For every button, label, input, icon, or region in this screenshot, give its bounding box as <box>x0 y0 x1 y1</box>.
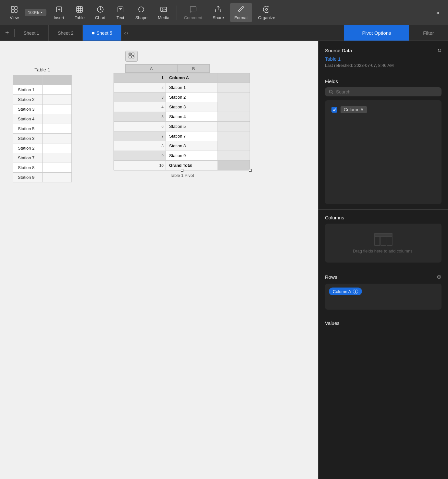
toolbar-comment[interactable]: Comment <box>180 3 207 22</box>
pivot-row-value <box>218 131 250 141</box>
columns-drop-text: Drag fields here to add columns. <box>353 249 414 253</box>
toolbar-shape[interactable]: Shape <box>131 3 152 22</box>
source-table-cell: Station 2 <box>13 143 43 153</box>
table-row: Station 9 <box>13 173 72 182</box>
table-row: Station 3 <box>13 134 72 143</box>
canvas[interactable]: Table 1 Station 1Station 2Station 3Stati… <box>0 41 318 479</box>
svg-rect-2 <box>11 10 14 12</box>
add-sheet-button[interactable]: + <box>0 25 14 41</box>
pivot-row-num: 4 <box>114 102 166 112</box>
handle-bottom-right[interactable] <box>249 169 252 172</box>
pivot-row-label: Station 7 <box>166 131 218 141</box>
pivot-header-value <box>218 73 250 83</box>
svg-line-26 <box>332 93 333 94</box>
toolbar-text[interactable]: Text <box>111 3 130 22</box>
source-table-value-cell <box>43 143 72 153</box>
field-checkbox-column-a[interactable] <box>331 107 337 113</box>
toolbar-table[interactable]: Table <box>70 3 89 22</box>
rows-label: Rows <box>325 274 337 280</box>
columns-drop-icon <box>374 233 392 246</box>
tab-sheet2[interactable]: Sheet 2 <box>49 25 83 41</box>
chart-label: Chart <box>95 15 106 20</box>
source-table-cell: Station 2 <box>13 95 43 104</box>
source-table-cell: Station 3 <box>13 134 43 143</box>
refresh-icon[interactable]: ↻ <box>437 47 442 54</box>
pivot-row-label: Station 1 <box>166 83 218 92</box>
row-tag-column-a[interactable]: Column A ℹ <box>329 288 362 295</box>
source-table-cell: Station 3 <box>13 104 43 114</box>
pivot-row-value <box>218 151 250 161</box>
source-table-value-cell <box>43 85 72 95</box>
insert-label: Insert <box>54 15 64 20</box>
toolbar-media[interactable]: Media <box>153 3 174 22</box>
prev-tab-icon[interactable]: ‹ <box>124 30 126 36</box>
source-table-cell: Station 8 <box>13 163 43 173</box>
table-row: Station 7 <box>13 153 72 163</box>
source-table-cell: Station 1 <box>13 85 43 95</box>
pivot-row-num: 7 <box>114 131 166 141</box>
toolbar-divider <box>177 6 177 20</box>
source-table[interactable]: Station 1Station 2Station 3Station 4Stat… <box>13 75 72 182</box>
pivot-table[interactable]: 1Column A2Station 13Station 24Station 35… <box>114 73 250 170</box>
tab-sheet2-label: Sheet 2 <box>58 31 73 36</box>
toolbar-view[interactable]: View <box>5 3 23 22</box>
toolbar-organize[interactable]: Organize <box>254 3 280 22</box>
values-section: Values <box>318 315 448 334</box>
pivot-options-label: Pivot Options <box>362 30 391 36</box>
checkmark-icon <box>332 108 336 112</box>
share-label: Share <box>213 15 224 20</box>
tab-nav[interactable]: ‹ › <box>121 30 131 36</box>
search-box[interactable] <box>325 87 442 96</box>
handle-bottom-center[interactable] <box>181 169 183 172</box>
tab-sheet5-label: Sheet 5 <box>96 31 112 36</box>
next-tab-icon[interactable]: › <box>127 30 128 36</box>
pivot-row-num: 9 <box>114 151 166 161</box>
toolbar: View 100% Insert Table <box>0 0 448 25</box>
table-row: Station 3 <box>13 104 72 114</box>
zoom-control[interactable]: 100% <box>25 9 46 16</box>
search-icon <box>329 90 333 94</box>
row-tag-info-icon[interactable]: ℹ <box>353 289 358 294</box>
pivot-row-value <box>218 92 250 102</box>
filter-label: Filter <box>423 30 434 36</box>
table-row: 5Station 4 <box>114 112 250 122</box>
table-label: Table <box>75 15 85 20</box>
source-table-value-cell <box>43 173 72 182</box>
source-table-link[interactable]: Table 1 <box>325 56 442 62</box>
toolbar-format[interactable]: Format <box>230 3 252 22</box>
pivot-icon-button[interactable] <box>125 51 138 62</box>
rows-drop-zone[interactable]: Column A ℹ <box>325 284 442 310</box>
source-table-value-cell <box>43 104 72 114</box>
fields-search-input[interactable] <box>336 89 438 94</box>
fields-section: Fields Column A <box>318 73 448 210</box>
filter-tab[interactable]: Filter <box>409 25 448 41</box>
field-item-column-a[interactable]: Column A <box>329 104 438 115</box>
toolbar-share[interactable]: Share <box>208 3 229 22</box>
source-table-value-cell <box>43 163 72 173</box>
tab-sheet5[interactable]: Sheet 5 <box>83 25 121 41</box>
svg-point-20 <box>266 8 268 10</box>
rows-more-icon[interactable]: ⊕ <box>437 273 442 280</box>
pivot-row-num: 2 <box>114 83 166 92</box>
pivot-row-value <box>218 102 250 112</box>
more-button[interactable]: » <box>433 7 443 18</box>
pivot-container: 1Column A2Station 13Station 24Station 35… <box>114 73 250 170</box>
format-label: Format <box>234 15 248 20</box>
pivot-row-label: Station 4 <box>166 112 218 122</box>
pivot-row-value <box>218 83 250 92</box>
view-icon <box>10 5 19 14</box>
source-data-section: Source Data ↻ Table 1 Last refreshed: 20… <box>318 41 448 73</box>
shape-label: Shape <box>135 15 148 20</box>
pivot-row-value <box>218 141 250 151</box>
source-table-cell: Station 9 <box>13 173 43 182</box>
columns-drop-zone[interactable]: Drag fields here to add columns. <box>325 224 442 263</box>
pivot-options-tab[interactable]: Pivot Options <box>344 25 409 41</box>
source-table-value-cell <box>43 124 72 134</box>
table-row: 2Station 1 <box>114 83 250 92</box>
tab-sheet1[interactable]: Sheet 1 <box>15 25 49 41</box>
organize-label: Organize <box>258 15 275 20</box>
pivot-row-value <box>218 122 250 131</box>
toolbar-chart[interactable]: Chart <box>91 3 110 22</box>
right-panel: Source Data ↻ Table 1 Last refreshed: 20… <box>318 41 448 479</box>
toolbar-insert[interactable]: Insert <box>49 3 69 22</box>
